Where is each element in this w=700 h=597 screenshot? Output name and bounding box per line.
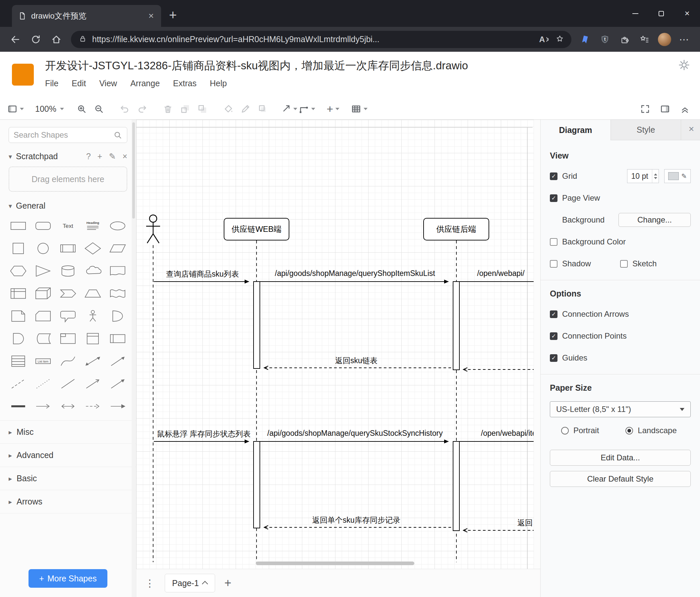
guides-checkbox[interactable] bbox=[550, 354, 557, 362]
to-front-button[interactable] bbox=[177, 101, 193, 117]
activation-bars[interactable] bbox=[254, 282, 459, 531]
page-view-checkbox-label[interactable]: Page View bbox=[550, 193, 600, 202]
url-text[interactable]: https://file.kkview.cn/onlinePreview?url… bbox=[92, 34, 534, 44]
shape-trapezoid[interactable] bbox=[80, 284, 105, 303]
more-shapes-button[interactable]: + More Shapes bbox=[28, 569, 107, 588]
shape-list-item[interactable]: List Item bbox=[31, 352, 56, 371]
fill-color-button[interactable] bbox=[220, 101, 236, 117]
shape-arrow-filled[interactable] bbox=[105, 375, 130, 393]
shape-process[interactable] bbox=[56, 239, 80, 258]
pages-toggle-button[interactable] bbox=[7, 101, 24, 117]
menu-help[interactable]: Help bbox=[210, 79, 227, 88]
shape-cube[interactable] bbox=[31, 284, 56, 303]
menu-extras[interactable]: Extras bbox=[173, 79, 197, 88]
grid-size-spinner[interactable] bbox=[652, 169, 658, 183]
shape-filled-horizontal-arrow[interactable] bbox=[105, 397, 130, 415]
shape-tape[interactable] bbox=[105, 284, 130, 303]
grid-size-input[interactable]: 10 pt bbox=[627, 169, 659, 183]
window-close-button[interactable]: × bbox=[674, 0, 700, 27]
portrait-radio[interactable] bbox=[561, 427, 569, 434]
shape-dashed-horizontal-arrow[interactable] bbox=[80, 397, 105, 415]
shape-container[interactable] bbox=[56, 329, 80, 348]
zoom-out-button[interactable] bbox=[91, 101, 107, 117]
shape-list[interactable] bbox=[6, 352, 31, 371]
back-icon[interactable] bbox=[7, 31, 24, 48]
undo-button[interactable] bbox=[117, 101, 133, 117]
browser-tab[interactable]: drawio文件预览 × bbox=[12, 5, 161, 27]
collapse-toolbar-button[interactable] bbox=[677, 101, 693, 117]
connection-points-checkbox[interactable] bbox=[550, 332, 557, 340]
grid-color-button[interactable]: ✎ bbox=[664, 169, 691, 183]
shape-and[interactable] bbox=[6, 329, 31, 348]
portrait-radio-label[interactable]: Portrait bbox=[561, 426, 599, 435]
shape-callout[interactable] bbox=[56, 307, 80, 325]
grid-size-value[interactable]: 10 pt bbox=[627, 172, 652, 181]
zoom-level-dropdown[interactable]: 100% bbox=[34, 101, 64, 117]
shape-rectangle[interactable] bbox=[6, 217, 31, 235]
shape-arrow-open[interactable] bbox=[80, 375, 105, 393]
shape-data-storage[interactable] bbox=[31, 329, 56, 348]
connection-arrows-checkbox-label[interactable]: Connection Arrows bbox=[550, 309, 629, 319]
line-color-button[interactable] bbox=[238, 101, 254, 117]
panel-close-icon[interactable]: × bbox=[689, 124, 694, 134]
message-label[interactable]: 查询店铺商品sku列表 bbox=[166, 269, 239, 279]
shape-horizontal-container[interactable] bbox=[105, 329, 130, 348]
shape-horizontal-arrow[interactable] bbox=[31, 397, 56, 415]
shape-square[interactable] bbox=[6, 239, 31, 258]
shape-circle[interactable] bbox=[31, 239, 56, 258]
scratchpad-dropzone[interactable]: Drag elements here bbox=[9, 167, 127, 192]
shape-dashed-line[interactable] bbox=[6, 375, 31, 393]
menu-arrange[interactable]: Arrange bbox=[130, 79, 160, 88]
menu-edit[interactable]: Edit bbox=[72, 79, 86, 88]
shape-parallelogram[interactable] bbox=[105, 239, 130, 258]
shape-cloud[interactable] bbox=[80, 262, 105, 280]
format-panel-toggle-button[interactable] bbox=[657, 101, 673, 117]
general-section-header[interactable]: ▾ General bbox=[0, 196, 136, 215]
sidebar-section-basic[interactable]: ▸ Basic bbox=[0, 467, 136, 490]
shadow-checkbox[interactable] bbox=[550, 260, 557, 268]
background-change-button[interactable]: Change... bbox=[619, 213, 691, 227]
extensions-puzzle-icon[interactable] bbox=[617, 32, 632, 47]
message-label[interactable]: /open/webapi/ bbox=[477, 269, 524, 278]
shape-note[interactable] bbox=[6, 307, 31, 325]
connection-points-checkbox-label[interactable]: Connection Points bbox=[550, 331, 627, 341]
shape-actor[interactable] bbox=[80, 307, 105, 325]
sidebar-section-advanced[interactable]: ▸ Advanced bbox=[0, 444, 136, 467]
shape-curve[interactable] bbox=[56, 352, 80, 371]
participant-backend[interactable]: 供应链后端 bbox=[423, 218, 489, 240]
menu-file[interactable]: File bbox=[45, 79, 58, 88]
shape-internal-storage[interactable] bbox=[6, 284, 31, 303]
window-minimize-button[interactable] bbox=[622, 0, 648, 27]
drawio-canvas[interactable]: 供应链WEB端 供应链后端 查询店铺商品sku列表 /api/goods/sho… bbox=[136, 120, 540, 569]
scratchpad-header[interactable]: ▾ Scratchpad ? + ✎ × bbox=[0, 147, 136, 166]
shape-rounded-rectangle[interactable] bbox=[31, 217, 56, 235]
edit-data-button[interactable]: Edit Data... bbox=[550, 450, 691, 465]
fullscreen-button[interactable] bbox=[637, 101, 653, 117]
scratchpad-add-icon[interactable]: + bbox=[97, 151, 102, 161]
scratchpad-edit-icon[interactable]: ✎ bbox=[109, 151, 116, 161]
refresh-icon[interactable] bbox=[27, 31, 44, 48]
sketch-checkbox-label[interactable]: Sketch bbox=[620, 259, 691, 268]
scrollbar-thumb[interactable] bbox=[132, 122, 135, 219]
add-page-button[interactable]: + bbox=[222, 576, 234, 590]
insert-dropdown[interactable]: + bbox=[325, 101, 341, 117]
settings-menu-icon[interactable]: ⋯ bbox=[677, 32, 692, 47]
new-tab-button[interactable]: + bbox=[169, 8, 177, 22]
shield-extension-icon[interactable]: t bbox=[597, 32, 612, 47]
connection-arrows-checkbox[interactable] bbox=[550, 310, 557, 318]
shadow-button[interactable] bbox=[255, 101, 271, 117]
shape-dotted-line[interactable] bbox=[31, 375, 56, 393]
sketch-checkbox[interactable] bbox=[620, 260, 628, 268]
shape-hexagon[interactable] bbox=[6, 262, 31, 280]
search-input[interactable] bbox=[14, 130, 114, 140]
shape-triangle[interactable] bbox=[31, 262, 56, 280]
vertical-scrollbar[interactable] bbox=[534, 120, 540, 569]
read-aloud-icon[interactable]: A bbox=[539, 35, 550, 44]
shape-ellipse[interactable] bbox=[105, 217, 130, 235]
sidebar-section-arrows[interactable]: ▸ Arrows bbox=[0, 490, 136, 514]
shape-diamond[interactable] bbox=[80, 239, 105, 258]
lock-icon[interactable] bbox=[78, 34, 87, 44]
message-label[interactable]: /api/goods/shopManage/queryShopItemSkuLi… bbox=[275, 269, 435, 278]
tab-style[interactable]: Style bbox=[611, 120, 681, 140]
shape-text[interactable]: Text bbox=[56, 217, 80, 235]
